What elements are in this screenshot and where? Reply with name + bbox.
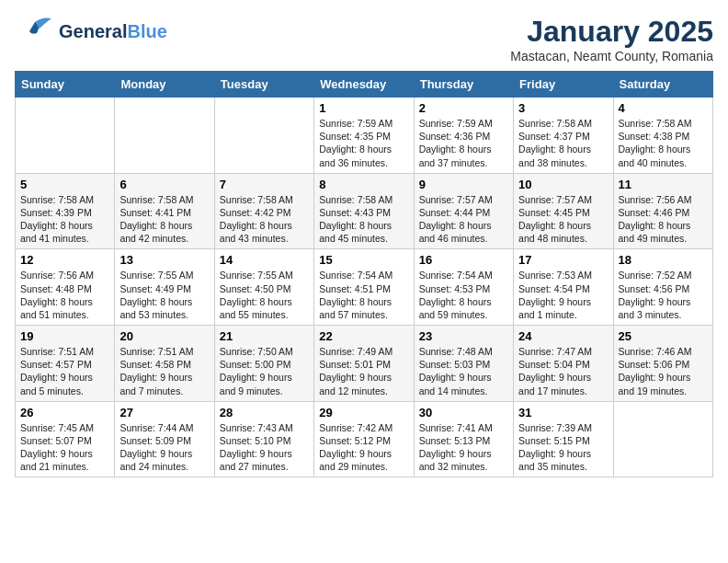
day-number: 10 — [518, 178, 608, 191]
day-number: 30 — [419, 406, 508, 419]
cell-info: Sunrise: 7:50 AM Sunset: 5:00 PM Dayligh… — [220, 346, 293, 396]
header-saturday: Saturday — [613, 72, 712, 98]
day-number: 21 — [220, 329, 309, 343]
cell-info: Sunrise: 7:58 AM Sunset: 4:42 PM Dayligh… — [220, 194, 293, 245]
day-number: 28 — [220, 406, 309, 419]
cell-info: Sunrise: 7:59 AM Sunset: 4:35 PM Dayligh… — [319, 118, 392, 168]
cell-info: Sunrise: 7:48 AM Sunset: 5:03 PM Dayligh… — [419, 346, 493, 396]
day-number: 19 — [20, 329, 109, 343]
calendar-cell: 8Sunrise: 7:58 AM Sunset: 4:43 PM Daylig… — [314, 173, 414, 249]
header-monday: Monday — [115, 72, 214, 98]
calendar-cell: 20Sunrise: 7:51 AM Sunset: 4:58 PM Dayli… — [115, 326, 214, 402]
cell-info: Sunrise: 7:52 AM Sunset: 4:56 PM Dayligh… — [619, 270, 692, 320]
calendar-cell: 12Sunrise: 7:56 AM Sunset: 4:48 PM Dayli… — [16, 249, 115, 326]
cell-info: Sunrise: 7:51 AM Sunset: 4:57 PM Dayligh… — [20, 346, 94, 396]
day-number: 5 — [20, 178, 109, 191]
calendar-cell: 25Sunrise: 7:46 AM Sunset: 5:06 PM Dayli… — [613, 326, 712, 402]
day-number: 26 — [20, 406, 109, 419]
header-sunday: Sunday — [16, 72, 115, 98]
day-number: 15 — [319, 253, 408, 267]
calendar-cell: 1Sunrise: 7:59 AM Sunset: 4:35 PM Daylig… — [314, 98, 414, 174]
cell-info: Sunrise: 7:44 AM Sunset: 5:09 PM Dayligh… — [119, 422, 193, 473]
header-tuesday: Tuesday — [214, 72, 313, 98]
day-number: 3 — [518, 101, 608, 115]
logo-bird-icon — [15, 15, 55, 48]
cell-info: Sunrise: 7:57 AM Sunset: 4:44 PM Dayligh… — [419, 194, 493, 245]
day-number: 17 — [518, 253, 608, 267]
cell-info: Sunrise: 7:54 AM Sunset: 4:53 PM Dayligh… — [419, 270, 493, 320]
calendar-cell: 3Sunrise: 7:58 AM Sunset: 4:37 PM Daylig… — [514, 98, 613, 174]
cell-info: Sunrise: 7:56 AM Sunset: 4:46 PM Dayligh… — [619, 194, 692, 245]
day-number: 20 — [119, 329, 209, 343]
calendar-cell: 9Sunrise: 7:57 AM Sunset: 4:44 PM Daylig… — [414, 173, 513, 249]
calendar-cell: 14Sunrise: 7:55 AM Sunset: 4:50 PM Dayli… — [214, 249, 313, 326]
calendar-cell: 31Sunrise: 7:39 AM Sunset: 5:15 PM Dayli… — [514, 401, 613, 477]
calendar-body: 1Sunrise: 7:59 AM Sunset: 4:35 PM Daylig… — [16, 98, 713, 477]
calendar-cell — [214, 98, 313, 174]
day-number: 13 — [119, 253, 209, 267]
calendar-cell: 18Sunrise: 7:52 AM Sunset: 4:56 PM Dayli… — [613, 249, 712, 326]
cell-info: Sunrise: 7:58 AM Sunset: 4:39 PM Dayligh… — [20, 194, 94, 245]
day-number: 6 — [119, 178, 209, 191]
calendar-cell: 15Sunrise: 7:54 AM Sunset: 4:51 PM Dayli… — [314, 249, 414, 326]
page-header: GeneralBlue January 2025 Mastacan, Neamt… — [15, 15, 713, 63]
calendar-table: SundayMondayTuesdayWednesdayThursdayFrid… — [15, 71, 713, 477]
day-number: 2 — [419, 101, 508, 115]
cell-info: Sunrise: 7:41 AM Sunset: 5:13 PM Dayligh… — [419, 422, 493, 473]
calendar-cell: 2Sunrise: 7:59 AM Sunset: 4:36 PM Daylig… — [414, 98, 513, 174]
day-number: 31 — [518, 406, 608, 419]
header-thursday: Thursday — [414, 72, 513, 98]
cell-info: Sunrise: 7:58 AM Sunset: 4:43 PM Dayligh… — [319, 194, 392, 245]
header-wednesday: Wednesday — [314, 72, 414, 98]
cell-info: Sunrise: 7:58 AM Sunset: 4:38 PM Dayligh… — [619, 118, 692, 168]
cell-info: Sunrise: 7:51 AM Sunset: 4:58 PM Dayligh… — [119, 346, 193, 396]
calendar-cell: 19Sunrise: 7:51 AM Sunset: 4:57 PM Dayli… — [16, 326, 115, 402]
logo: GeneralBlue — [15, 15, 167, 48]
day-number: 27 — [119, 406, 209, 419]
day-number: 12 — [20, 253, 109, 267]
logo-text: GeneralBlue — [59, 21, 167, 41]
day-number: 1 — [319, 101, 408, 115]
cell-info: Sunrise: 7:58 AM Sunset: 4:37 PM Dayligh… — [518, 118, 592, 168]
calendar-cell — [16, 98, 115, 174]
cell-info: Sunrise: 7:58 AM Sunset: 4:41 PM Dayligh… — [119, 194, 193, 245]
day-number: 16 — [419, 253, 508, 267]
cell-info: Sunrise: 7:39 AM Sunset: 5:15 PM Dayligh… — [518, 422, 592, 473]
calendar-header: SundayMondayTuesdayWednesdayThursdayFrid… — [16, 72, 713, 98]
calendar-cell: 22Sunrise: 7:49 AM Sunset: 5:01 PM Dayli… — [314, 326, 414, 402]
day-number: 8 — [319, 178, 408, 191]
cell-info: Sunrise: 7:59 AM Sunset: 4:36 PM Dayligh… — [419, 118, 493, 168]
calendar-cell: 26Sunrise: 7:45 AM Sunset: 5:07 PM Dayli… — [16, 401, 115, 477]
cell-info: Sunrise: 7:42 AM Sunset: 5:12 PM Dayligh… — [319, 422, 392, 473]
calendar-cell: 10Sunrise: 7:57 AM Sunset: 4:45 PM Dayli… — [514, 173, 613, 249]
cell-info: Sunrise: 7:55 AM Sunset: 4:50 PM Dayligh… — [220, 270, 293, 320]
calendar-cell: 6Sunrise: 7:58 AM Sunset: 4:41 PM Daylig… — [115, 173, 214, 249]
calendar-cell: 21Sunrise: 7:50 AM Sunset: 5:00 PM Dayli… — [214, 326, 313, 402]
cell-info: Sunrise: 7:47 AM Sunset: 5:04 PM Dayligh… — [518, 346, 592, 396]
day-number: 7 — [220, 178, 309, 191]
calendar-cell: 7Sunrise: 7:58 AM Sunset: 4:42 PM Daylig… — [214, 173, 313, 249]
day-number: 22 — [319, 329, 408, 343]
day-number: 24 — [518, 329, 608, 343]
cell-info: Sunrise: 7:56 AM Sunset: 4:48 PM Dayligh… — [20, 270, 94, 320]
day-number: 9 — [419, 178, 508, 191]
day-number: 23 — [419, 329, 508, 343]
day-number: 14 — [220, 253, 309, 267]
day-number: 4 — [619, 101, 708, 115]
calendar-cell: 24Sunrise: 7:47 AM Sunset: 5:04 PM Dayli… — [514, 326, 613, 402]
header-friday: Friday — [514, 72, 613, 98]
month-title: January 2025 — [510, 15, 713, 49]
cell-info: Sunrise: 7:57 AM Sunset: 4:45 PM Dayligh… — [518, 194, 592, 245]
cell-info: Sunrise: 7:49 AM Sunset: 5:01 PM Dayligh… — [319, 346, 392, 396]
calendar-cell — [115, 98, 214, 174]
location-subtitle: Mastacan, Neamt County, Romania — [510, 49, 713, 63]
calendar-cell: 29Sunrise: 7:42 AM Sunset: 5:12 PM Dayli… — [314, 401, 414, 477]
day-number: 25 — [619, 329, 708, 343]
calendar-cell: 28Sunrise: 7:43 AM Sunset: 5:10 PM Dayli… — [214, 401, 313, 477]
calendar-cell: 17Sunrise: 7:53 AM Sunset: 4:54 PM Dayli… — [514, 249, 613, 326]
day-number: 11 — [619, 178, 708, 191]
day-number: 29 — [319, 406, 408, 419]
calendar-cell: 23Sunrise: 7:48 AM Sunset: 5:03 PM Dayli… — [414, 326, 513, 402]
calendar-cell: 30Sunrise: 7:41 AM Sunset: 5:13 PM Dayli… — [414, 401, 513, 477]
calendar-cell: 4Sunrise: 7:58 AM Sunset: 4:38 PM Daylig… — [613, 98, 712, 174]
